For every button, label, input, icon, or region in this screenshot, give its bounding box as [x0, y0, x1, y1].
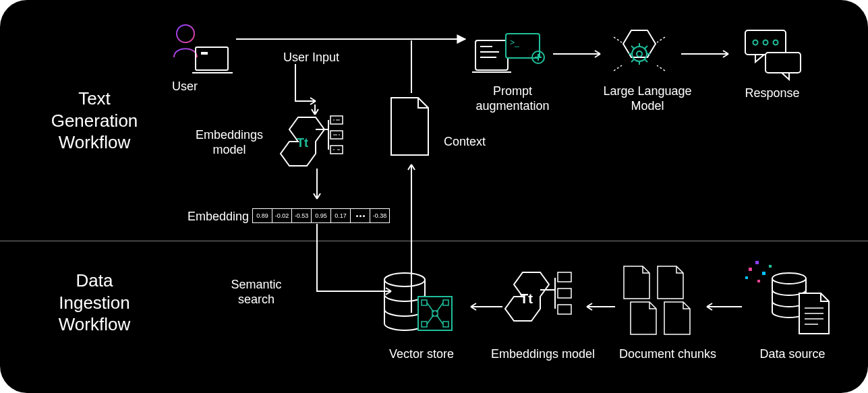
document-chunks-icon: [620, 263, 701, 337]
section-divider: [0, 241, 868, 241]
arrow-embmodel-to-vector: [310, 169, 324, 206]
vec-cell: 0.89: [252, 208, 272, 223]
embedding-label: Embedding: [187, 210, 249, 224]
embedding-vector: 0.89 -0.02 -0.53 0.95 0.17 -0.38: [252, 208, 389, 223]
data-source-label: Data source: [749, 347, 836, 361]
rag-architecture-diagram: TextGenerationWorkflow DataIngestionWork…: [0, 0, 868, 393]
llm-label: Large LanguageModel: [594, 84, 701, 113]
svg-point-60: [384, 273, 425, 286]
arrow-context-to-prompt: [405, 40, 479, 94]
svg-line-52: [657, 37, 665, 42]
vec-cell-dots: [350, 208, 370, 223]
prompt-augmentation-icon: >_: [472, 30, 546, 84]
svg-point-56: [753, 40, 758, 45]
vec-cell: -0.38: [370, 208, 390, 223]
svg-rect-94: [745, 276, 748, 279]
vector-store-icon: [381, 270, 462, 344]
response-icon: [739, 27, 806, 81]
document-chunks-label: Document chunks: [610, 347, 725, 361]
data-ingestion-workflow-title: DataIngestionWorkflow: [34, 270, 155, 336]
svg-point-40: [632, 47, 647, 61]
svg-point-97: [772, 273, 806, 284]
semantic-search-label: Semanticsearch: [216, 278, 297, 307]
svg-text:Tt: Tt: [297, 136, 308, 150]
svg-line-50: [614, 37, 622, 42]
svg-text:>_: >_: [510, 38, 519, 47]
svg-rect-92: [755, 261, 759, 264]
prompt-augmentation-label: Promptaugmentation: [472, 84, 553, 113]
svg-rect-27: [475, 40, 508, 70]
svg-point-0: [177, 25, 194, 42]
svg-rect-77: [558, 289, 571, 298]
text-generation-workflow-title: TextGenerationWorkflow: [34, 88, 155, 154]
arrow-user-to-embmodel: [289, 64, 329, 118]
svg-rect-1: [196, 47, 228, 70]
arrow-embmodel2-to-vectorstore: [465, 300, 506, 313]
llm-icon: [607, 24, 681, 84]
svg-rect-61: [418, 297, 452, 330]
svg-point-57: [763, 40, 768, 45]
context-document-icon: [388, 94, 435, 162]
svg-rect-59: [765, 53, 801, 73]
embeddings-model-top-icon: Tt: [278, 115, 352, 169]
svg-rect-55: [745, 30, 786, 55]
context-label: Context: [444, 135, 486, 149]
svg-line-47: [631, 59, 634, 62]
svg-rect-96: [769, 265, 772, 268]
user-icon: [162, 20, 236, 81]
embeddings-model-top-label: Embeddingsmodel: [189, 128, 270, 157]
user-input-label: User Input: [283, 51, 339, 65]
user-label: User: [172, 80, 198, 94]
arrow-datasource-to-chunks: [701, 300, 745, 313]
svg-line-49: [631, 46, 634, 49]
svg-rect-76: [558, 272, 571, 282]
arrow-chunks-to-embmodel: [581, 300, 618, 313]
arrow-llm-to-response: [681, 47, 735, 61]
svg-rect-95: [757, 280, 760, 282]
vec-cell: -0.53: [291, 208, 312, 223]
svg-rect-12: [330, 146, 343, 154]
svg-line-46: [645, 46, 647, 49]
embeddings-model-bottom-icon: Tt: [502, 270, 583, 337]
embeddings-model-bottom-label: Embeddings model: [486, 347, 600, 361]
svg-rect-78: [558, 305, 571, 314]
svg-rect-91: [749, 268, 752, 271]
data-source-icon: [745, 260, 840, 340]
vec-cell: 0.95: [311, 208, 331, 223]
svg-point-41: [637, 51, 642, 57]
svg-rect-3: [201, 52, 208, 55]
svg-point-58: [774, 40, 778, 45]
svg-line-53: [657, 65, 665, 71]
vector-store-label: Vector store: [378, 347, 465, 361]
svg-rect-93: [762, 272, 765, 275]
vec-cell: 0.17: [330, 208, 351, 223]
svg-line-51: [614, 65, 622, 71]
vec-cell: -0.02: [272, 208, 292, 223]
svg-text:Tt: Tt: [520, 291, 533, 306]
arrow-prompt-to-llm: [553, 47, 607, 61]
response-label: Response: [739, 86, 806, 100]
